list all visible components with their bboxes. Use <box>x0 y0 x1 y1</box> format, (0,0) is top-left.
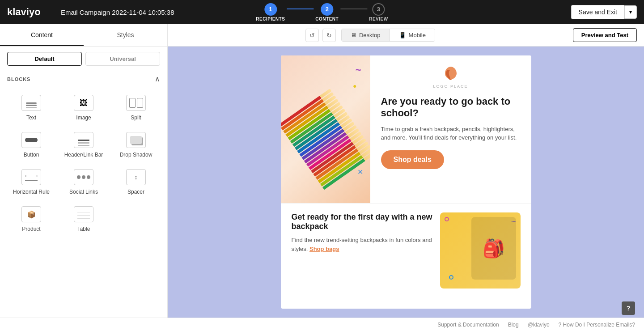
mobile-label: Mobile <box>409 32 426 38</box>
desktop-icon: 🖥 <box>351 32 356 38</box>
left-tab-area: Content Styles <box>0 24 168 46</box>
shop-bags-link[interactable]: Shop bags <box>309 246 339 252</box>
preview-button[interactable]: Preview and Test <box>573 28 637 42</box>
tab-content[interactable]: Content <box>0 24 84 46</box>
block-social-icon <box>74 169 93 185</box>
email-section-hero: ~ ● ✕ LOGO PLACE Are you ready to go b <box>281 55 531 203</box>
block-button-label: Button <box>24 152 39 158</box>
block-image-icon: 🖼 <box>74 95 93 111</box>
top-nav: klaviyo Email Campaign 2022-11-04 10:05:… <box>0 0 644 24</box>
universal-tab[interactable]: Universal <box>85 52 160 66</box>
collapse-icon[interactable]: ∧ <box>155 75 160 83</box>
canvas-area: ~ ● ✕ LOGO PLACE Are you ready to go b <box>168 47 644 318</box>
backpack-illustration: 🎒 <box>471 217 516 280</box>
block-split-icon <box>126 95 146 111</box>
block-spacer[interactable]: ↕ Spacer <box>110 163 162 199</box>
support-link[interactable]: Support & Documentation <box>437 322 499 328</box>
desktop-label: Desktop <box>359 32 381 38</box>
social-icon <box>77 175 90 179</box>
page-footer: Support & Documentation Blog @klaviyo ? … <box>0 318 644 331</box>
block-text[interactable]: Text <box>5 89 57 125</box>
button-icon <box>25 138 38 142</box>
deco-circle-1 <box>445 217 449 221</box>
step-connector-2 <box>340 8 367 9</box>
step-1-label: RECIPIENTS <box>256 17 285 21</box>
block-image-label: Image <box>76 115 91 121</box>
logo: klaviyo <box>7 6 52 18</box>
section2-text: Get ready for the first day with a new b… <box>292 212 433 289</box>
step-recipients[interactable]: 1 RECIPIENTS <box>256 3 285 21</box>
block-dropshadow-label: Drop Shadow <box>120 152 153 158</box>
step-content[interactable]: 2 CONTENT <box>315 3 339 21</box>
block-hrule-label: Horizontal Rule <box>13 189 50 195</box>
block-split-label: Split <box>131 115 141 121</box>
block-table-icon <box>74 206 93 222</box>
dropshadow-icon <box>130 136 142 144</box>
block-text-label: Text <box>26 115 36 121</box>
logo-place-label: LOGO PLACE <box>433 84 468 89</box>
personalize-link[interactable]: ? How Do I Personalize Emails? <box>559 322 635 328</box>
block-text-icon <box>21 95 41 111</box>
main-layout: Default Universal BLOCKS ∧ Text 🖼 Image <box>0 47 644 318</box>
undo-button[interactable]: ↺ <box>305 29 319 42</box>
blocks-title: BLOCKS <box>7 76 30 82</box>
spacer-icon: ↕ <box>135 174 138 181</box>
section2-heading: Get ready for the first day with a new b… <box>292 212 433 231</box>
headerlink-icon <box>78 140 89 141</box>
step-connector-1 <box>287 8 314 9</box>
logo-area: LOGO PLACE <box>381 64 521 89</box>
email-body: Time to grab a fresh backpack, pencils, … <box>381 125 521 142</box>
step-review[interactable]: 3 REVIEW <box>369 3 388 21</box>
save-exit-dropdown[interactable]: ▾ <box>624 5 637 19</box>
product-icon: 📦 <box>27 210 36 219</box>
deco-circle-2 <box>449 275 453 280</box>
blocks-grid: Text 🖼 Image Split <box>0 85 167 240</box>
block-table[interactable]: Table <box>58 200 110 237</box>
help-button[interactable]: ? <box>622 301 635 315</box>
table-icon <box>77 210 90 219</box>
block-social-links[interactable]: Social Links <box>58 163 110 199</box>
block-product-label: Product <box>22 226 40 232</box>
text-icon <box>26 102 37 104</box>
block-product[interactable]: 📦 Product <box>5 200 57 237</box>
block-header-link-bar[interactable]: Header/Link Bar <box>58 126 110 162</box>
hrule-icon: ⟵⟶ <box>25 174 38 181</box>
desktop-button[interactable]: 🖥 Desktop <box>342 29 390 41</box>
device-toggle: 🖥 Desktop 📱 Mobile <box>341 29 435 42</box>
undo-redo-group: ↺ ↻ <box>305 29 336 42</box>
blocks-header: BLOCKS ∧ <box>0 71 167 85</box>
step-2-circle: 2 <box>321 3 333 16</box>
step-3-circle: 3 <box>372 3 385 16</box>
block-horizontal-rule[interactable]: ⟵⟶ Horizontal Rule <box>5 163 57 199</box>
block-spacer-label: Spacer <box>127 189 144 195</box>
toolbar-center: ↺ ↻ 🖥 Desktop 📱 Mobile <box>168 29 573 42</box>
step-3-label: REVIEW <box>369 17 388 21</box>
block-headerlink-icon <box>74 132 93 148</box>
save-exit-button[interactable]: Save and Exit <box>571 5 624 19</box>
toolbar-row: Content Styles ↺ ↻ 🖥 Desktop 📱 Mobile Pr… <box>0 24 644 47</box>
campaign-title: Email Campaign 2022-11-04 10:05:38 <box>61 8 174 16</box>
backpack-image: ~ 🎒 <box>440 212 521 289</box>
default-universal-tabs: Default Universal <box>0 47 167 71</box>
shop-deals-button[interactable]: Shop deals <box>381 150 444 169</box>
email-section-backpack: Get ready for the first day with a new b… <box>281 203 531 297</box>
klaviyo-link[interactable]: @klaviyo <box>528 322 550 328</box>
redo-button[interactable]: ↻ <box>322 29 336 42</box>
nav-steps: 1 RECIPIENTS 2 CONTENT 3 REVIEW <box>256 3 388 21</box>
nav-right: Save and Exit ▾ <box>571 5 637 19</box>
split-icon <box>129 98 143 108</box>
step-2-label: CONTENT <box>315 17 339 21</box>
default-tab[interactable]: Default <box>7 52 82 66</box>
pencils-image: ~ ● ✕ <box>281 55 370 203</box>
block-drop-shadow[interactable]: Drop Shadow <box>110 126 162 162</box>
block-split[interactable]: Split <box>110 89 162 125</box>
block-social-label: Social Links <box>69 189 98 195</box>
block-button[interactable]: Button <box>5 126 57 162</box>
email-wrapper: ~ ● ✕ LOGO PLACE Are you ready to go b <box>281 55 531 309</box>
mobile-icon: 📱 <box>399 32 406 38</box>
tab-styles[interactable]: Styles <box>84 24 167 46</box>
block-image[interactable]: 🖼 Image <box>58 89 110 125</box>
mobile-button[interactable]: 📱 Mobile <box>390 29 435 41</box>
blog-link[interactable]: Blog <box>508 322 519 328</box>
logo-text: klaviyo <box>7 6 41 18</box>
